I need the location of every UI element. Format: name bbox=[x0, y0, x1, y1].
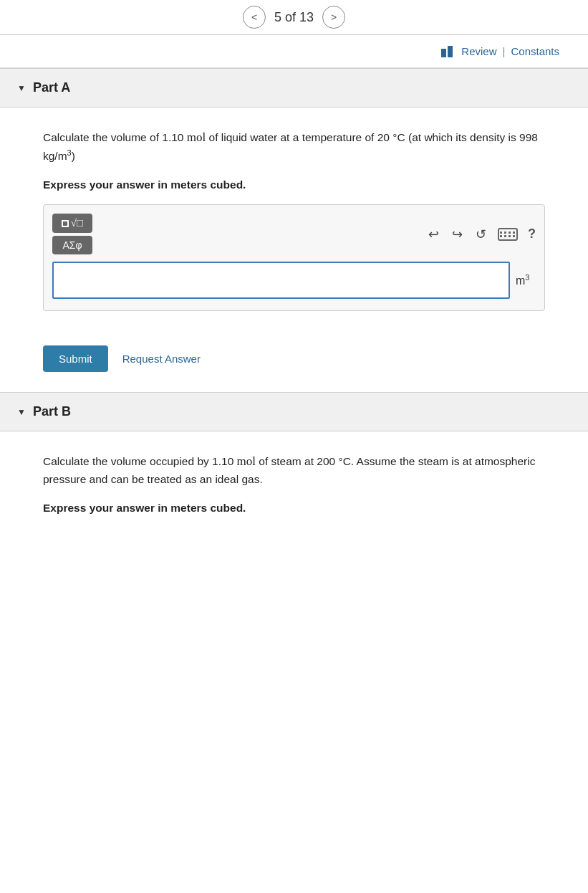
answer-input[interactable] bbox=[52, 262, 510, 299]
submit-button[interactable]: Submit bbox=[43, 345, 108, 372]
part-b-body: Calculate the volume occupied by 1.10 mo… bbox=[0, 431, 588, 545]
part-b-express-label: Express your answer in meters cubed. bbox=[43, 502, 545, 515]
next-icon: > bbox=[331, 11, 337, 23]
part-a-question-text: Calculate the volume of 1.10 mol of liqu… bbox=[43, 128, 545, 166]
greek-formula-button[interactable]: ΑΣφ bbox=[52, 236, 92, 254]
help-button[interactable]: ? bbox=[528, 226, 536, 242]
sqrt-symbol: √□ bbox=[71, 217, 83, 229]
refresh-button[interactable]: ↺ bbox=[474, 225, 488, 244]
svg-rect-1 bbox=[448, 46, 453, 57]
review-link[interactable]: Review bbox=[461, 45, 496, 57]
toolbar-actions: ↩ ↪ ↺ bbox=[427, 225, 536, 244]
toolbar-row: √□ ΑΣφ ↩ ↪ ↺ bbox=[52, 214, 536, 254]
unit-label: m3 bbox=[516, 273, 536, 287]
refresh-icon: ↺ bbox=[476, 227, 486, 242]
greek-label: ΑΣφ bbox=[62, 239, 82, 251]
sqrt-formula-button[interactable]: √□ bbox=[52, 214, 92, 233]
review-icon bbox=[441, 46, 456, 57]
review-bar: Review | Constants bbox=[0, 35, 588, 68]
undo-button[interactable]: ↩ bbox=[427, 225, 440, 244]
formula-btn-group: √□ ΑΣφ bbox=[52, 214, 92, 254]
part-b-chevron-icon: ▼ bbox=[17, 407, 26, 417]
keyboard-button[interactable] bbox=[498, 228, 518, 241]
submit-row: Submit Request Answer bbox=[0, 343, 588, 392]
part-b-title: Part B bbox=[33, 404, 71, 419]
help-icon: ? bbox=[528, 226, 536, 241]
input-row: m3 bbox=[52, 262, 536, 299]
pipe-divider: | bbox=[503, 45, 506, 57]
request-answer-link[interactable]: Request Answer bbox=[122, 353, 201, 365]
next-button[interactable]: > bbox=[322, 6, 345, 29]
chevron-down-icon: ▼ bbox=[17, 83, 26, 93]
undo-icon: ↩ bbox=[428, 227, 439, 242]
redo-icon: ↪ bbox=[452, 227, 463, 242]
prev-button[interactable]: < bbox=[243, 6, 266, 29]
question-counter: 5 of 13 bbox=[274, 10, 314, 25]
part-b-question-text: Calculate the volume occupied by 1.10 mo… bbox=[43, 452, 545, 489]
svg-rect-0 bbox=[441, 49, 446, 57]
part-a-title: Part A bbox=[33, 80, 70, 95]
part-a-express-label: Express your answer in meters cubed. bbox=[43, 178, 545, 191]
constants-link[interactable]: Constants bbox=[511, 45, 559, 57]
keyboard-icon-grid bbox=[500, 231, 516, 237]
prev-icon: < bbox=[251, 11, 257, 23]
part-a-header[interactable]: ▼ Part A bbox=[0, 68, 588, 108]
top-navigation: < 5 of 13 > bbox=[0, 0, 588, 35]
answer-container: √□ ΑΣφ ↩ ↪ ↺ bbox=[43, 204, 545, 311]
square-icon bbox=[62, 220, 69, 227]
part-b-header[interactable]: ▼ Part B bbox=[0, 392, 588, 431]
redo-button[interactable]: ↪ bbox=[450, 225, 464, 244]
part-a-body: Calculate the volume of 1.10 mol of liqu… bbox=[0, 108, 588, 343]
